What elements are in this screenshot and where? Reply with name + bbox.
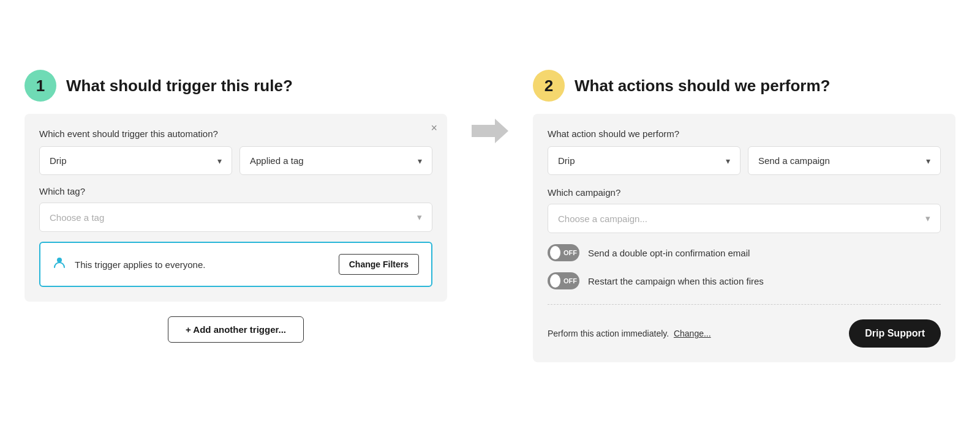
change-link[interactable]: Change... bbox=[674, 329, 711, 338]
toggle2[interactable]: OFF bbox=[548, 272, 579, 289]
action-drip-select[interactable]: Drip ▾ bbox=[548, 146, 741, 175]
campaign-chevron: ▾ bbox=[925, 213, 930, 224]
trigger-select-row: Drip ▾ Applied a tag ▾ bbox=[39, 146, 432, 175]
section-action: 2 What actions should we perform? What a… bbox=[533, 70, 956, 362]
toggle2-row: OFF Restart the campaign when this actio… bbox=[548, 272, 941, 289]
event-select-value: Applied a tag bbox=[250, 155, 304, 166]
section1-title: What should trigger this rule? bbox=[66, 76, 293, 95]
action-card: What action should we perform? Drip ▾ Se… bbox=[533, 114, 956, 362]
toggle2-knob bbox=[550, 274, 560, 288]
toggle1-label: OFF bbox=[564, 249, 577, 256]
add-trigger-button[interactable]: + Add another trigger... bbox=[168, 316, 304, 343]
arrow-container bbox=[472, 70, 508, 143]
tag-chevron: ▾ bbox=[417, 212, 422, 223]
close-button[interactable]: × bbox=[431, 122, 437, 133]
campaign-select[interactable]: Choose a campaign... ▾ bbox=[548, 204, 941, 233]
event-select-chevron: ▾ bbox=[418, 156, 422, 166]
tag-placeholder: Choose a tag bbox=[50, 212, 104, 223]
action-drip-value: Drip bbox=[558, 155, 575, 166]
drip-select-chevron: ▾ bbox=[217, 156, 222, 166]
action-type-select[interactable]: Send a campaign ▾ bbox=[748, 146, 941, 175]
footer-text: Perform this action immediately. Change.… bbox=[548, 329, 711, 338]
footer-row: Perform this action immediately. Change.… bbox=[548, 319, 941, 348]
toggle2-text: Restart the campaign when this action fi… bbox=[588, 276, 764, 286]
section2-header: 2 What actions should we perform? bbox=[533, 70, 956, 102]
filter-left: This trigger applies to everyone. bbox=[53, 256, 205, 273]
section-trigger: 1 What should trigger this rule? × Which… bbox=[24, 70, 447, 343]
filter-text: This trigger applies to everyone. bbox=[75, 259, 205, 270]
filter-box: This trigger applies to everyone. Change… bbox=[39, 242, 432, 287]
drip-select-value: Drip bbox=[50, 155, 67, 166]
section1-header: 1 What should trigger this rule? bbox=[24, 70, 447, 102]
change-filters-button[interactable]: Change Filters bbox=[339, 254, 419, 275]
campaign-label: Which campaign? bbox=[548, 187, 941, 198]
action-drip-chevron: ▾ bbox=[726, 156, 730, 166]
action-type-value: Send a campaign bbox=[758, 155, 830, 166]
toggle2-label: OFF bbox=[564, 277, 577, 285]
svg-marker-1 bbox=[472, 119, 508, 143]
person-icon bbox=[53, 256, 66, 273]
toggle1[interactable]: OFF bbox=[548, 244, 579, 261]
action-type-chevron: ▾ bbox=[926, 156, 930, 166]
divider bbox=[548, 304, 941, 305]
tag-label: Which tag? bbox=[39, 186, 432, 196]
add-trigger-container: + Add another trigger... bbox=[24, 316, 447, 343]
campaign-placeholder: Choose a campaign... bbox=[558, 214, 647, 224]
toggle1-row: OFF Send a double opt-in confirmation em… bbox=[548, 244, 941, 261]
tag-select[interactable]: Choose a tag ▾ bbox=[39, 203, 432, 232]
step-badge-1: 1 bbox=[24, 70, 56, 102]
trigger-card: × Which event should trigger this automa… bbox=[24, 114, 447, 302]
event-select[interactable]: Applied a tag ▾ bbox=[239, 146, 432, 175]
svg-point-0 bbox=[57, 258, 62, 263]
trigger-event-label: Which event should trigger this automati… bbox=[39, 128, 432, 139]
footer-static-text: Perform this action immediately. bbox=[548, 329, 669, 338]
action-select-row: Drip ▾ Send a campaign ▾ bbox=[548, 146, 941, 175]
toggle1-knob bbox=[550, 246, 560, 259]
section2-title: What actions should we perform? bbox=[575, 76, 830, 95]
action-label: What action should we perform? bbox=[548, 128, 941, 139]
step-badge-2: 2 bbox=[533, 70, 565, 102]
drip-select[interactable]: Drip ▾ bbox=[39, 146, 232, 175]
toggle1-text: Send a double opt-in confirmation email bbox=[588, 248, 750, 258]
arrow-right-icon bbox=[472, 119, 508, 143]
drip-support-button[interactable]: Drip Support bbox=[849, 319, 941, 348]
